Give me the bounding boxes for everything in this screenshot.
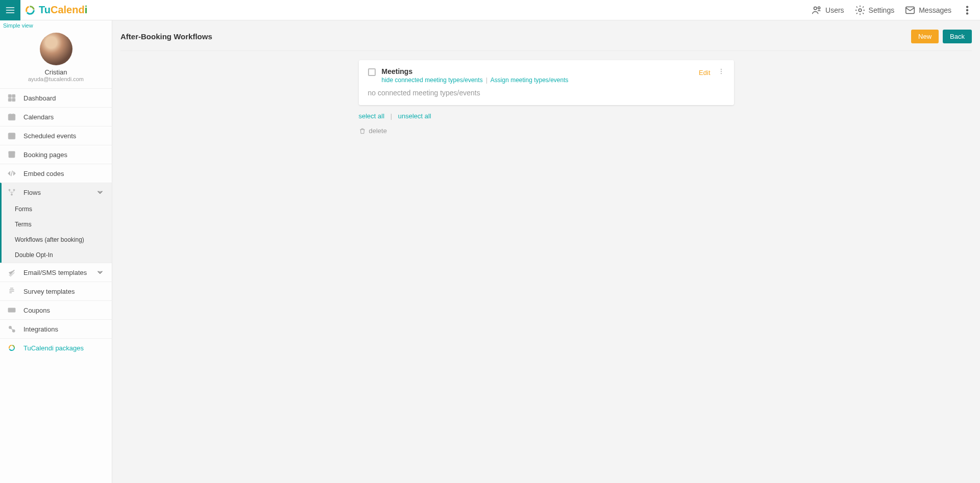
topbar-right: Users Settings Messages	[811, 5, 980, 16]
svg-rect-21	[8, 308, 15, 312]
page-icon	[7, 150, 16, 159]
svg-point-28	[720, 71, 721, 72]
sidebar-item-label: Scheduled events	[23, 132, 76, 140]
workflow-list: Meetings hide connected meeting types/ev…	[359, 60, 734, 135]
sidebar: Simple view Cristian ayuda@tucalendi.com…	[0, 20, 112, 483]
svg-rect-13	[12, 98, 15, 101]
edit-link[interactable]: Edit	[699, 69, 710, 77]
profile-block: Cristian ayuda@tucalendi.com	[0, 29, 112, 88]
topbar: TuCalendi Users Settings Messages	[0, 0, 980, 20]
nav-settings[interactable]: Settings	[854, 5, 895, 16]
profile-name: Cristian	[0, 68, 112, 76]
sidebar-item-label: Integrations	[23, 325, 58, 333]
sidebar-item-packages[interactable]: TuCalendi packages	[0, 339, 112, 357]
sidebar-item-flows[interactable]: Flows	[2, 183, 112, 201]
trash-icon	[359, 128, 366, 135]
svg-rect-10	[8, 94, 11, 97]
code-icon	[7, 169, 16, 178]
main-content: After-Booking Workflows New Back Meeting…	[112, 20, 980, 483]
sidebar-item-label: Booking pages	[23, 151, 67, 159]
sidebar-item-booking[interactable]: Booking pages	[0, 145, 112, 164]
sidebar-item-calendars[interactable]: Calendars	[0, 108, 112, 126]
page-actions: New Back	[911, 30, 972, 43]
sidebar-item-label: Coupons	[23, 307, 50, 314]
sidebar-item-dashboard[interactable]: Dashboard	[0, 89, 112, 107]
separator: |	[484, 77, 489, 84]
workflow-checkbox[interactable]	[368, 68, 376, 76]
hamburger-icon	[5, 5, 15, 15]
sidebar-item-label: Calendars	[23, 113, 54, 121]
sidebar-sub-workflows[interactable]: Workflows (after booking)	[2, 232, 112, 247]
sidebar-item-embed[interactable]: Embed codes	[0, 164, 112, 183]
page-header: After-Booking Workflows New Back	[120, 27, 972, 51]
sidebar-item-label: Flows	[23, 189, 41, 196]
svg-point-4	[818, 7, 820, 9]
templates-icon	[7, 268, 16, 277]
svg-point-27	[720, 69, 721, 70]
sidebar-sub-terms[interactable]: Terms	[2, 217, 112, 232]
brand-prefix: Tu	[39, 4, 51, 15]
topbar-more-button[interactable]	[962, 5, 973, 16]
svg-rect-12	[8, 98, 11, 101]
hamburger-menu-button[interactable]	[0, 0, 20, 20]
survey-icon	[7, 287, 16, 296]
nav-settings-label: Settings	[869, 6, 895, 14]
integrations-icon	[7, 324, 16, 334]
hide-connected-link[interactable]: hide connected meeting types/events	[382, 77, 483, 84]
calendar-icon	[7, 112, 16, 121]
avatar[interactable]	[40, 33, 72, 65]
svg-point-8	[967, 9, 968, 11]
svg-rect-6	[906, 7, 915, 13]
brand-logo[interactable]: TuCalendi	[20, 4, 87, 16]
sidebar-item-integrations[interactable]: Integrations	[0, 320, 112, 338]
unselect-all-link[interactable]: unselect all	[398, 112, 431, 120]
workflow-card: Meetings hide connected meeting types/ev…	[359, 60, 734, 105]
workflow-more-button[interactable]	[718, 67, 725, 78]
envelope-icon	[904, 5, 916, 16]
dashboard-icon	[7, 93, 16, 103]
assign-link[interactable]: Assign meeting types/events	[491, 77, 569, 84]
coupon-icon	[7, 306, 16, 315]
separator: |	[386, 112, 396, 120]
sidebar-item-label: Dashboard	[23, 94, 56, 102]
chevron-down-icon	[95, 188, 105, 197]
page-title: After-Booking Workflows	[120, 32, 212, 41]
delete-button[interactable]: delete	[359, 127, 734, 135]
svg-point-5	[859, 9, 862, 12]
sidebar-item-templates[interactable]: Email/SMS templates	[0, 263, 112, 282]
select-all-link[interactable]: select all	[359, 112, 385, 120]
workflow-links: hide connected meeting types/events | As…	[382, 77, 699, 84]
bulk-actions: select all | unselect all	[359, 112, 734, 120]
sidebar-item-scheduled[interactable]: Scheduled events	[0, 126, 112, 145]
sidebar-sub-double-optin[interactable]: Double Opt-In	[2, 247, 112, 263]
svg-point-9	[967, 12, 968, 14]
app-logo-icon	[24, 5, 36, 16]
simple-view-link[interactable]: Simple view	[0, 20, 112, 29]
vertical-dots-icon	[962, 5, 973, 16]
vertical-dots-icon	[718, 67, 725, 75]
svg-point-3	[814, 7, 817, 9]
brand-mid: Calend	[51, 4, 85, 15]
sidebar-item-survey[interactable]: Survey templates	[0, 282, 112, 300]
nav-messages[interactable]: Messages	[904, 5, 951, 16]
back-button[interactable]: Back	[943, 30, 972, 43]
packages-icon	[7, 343, 16, 352]
sidebar-item-label: Survey templates	[23, 288, 75, 295]
svg-point-7	[967, 6, 968, 8]
svg-rect-17	[9, 151, 15, 154]
svg-rect-14	[8, 114, 15, 120]
nav-users[interactable]: Users	[811, 5, 844, 16]
sidebar-item-label: TuCalendi packages	[23, 344, 84, 352]
workflow-empty-msg: no connected meeting types/events	[368, 84, 725, 97]
sidebar-group-flows: Flows Forms Terms Workflows (after booki…	[0, 183, 112, 263]
events-icon	[7, 131, 16, 140]
sidebar-item-coupons[interactable]: Coupons	[0, 301, 112, 319]
chevron-down-icon	[95, 268, 105, 277]
sidebar-sub-forms[interactable]: Forms	[2, 201, 112, 217]
svg-rect-11	[12, 94, 15, 97]
svg-point-19	[13, 189, 15, 191]
new-button[interactable]: New	[911, 30, 939, 43]
flows-icon	[7, 188, 16, 197]
svg-point-29	[720, 73, 721, 74]
users-icon	[811, 5, 822, 16]
